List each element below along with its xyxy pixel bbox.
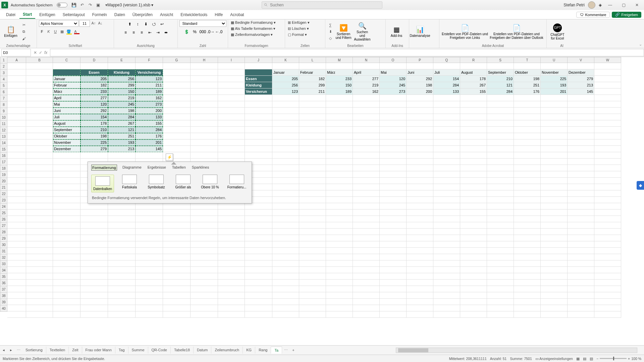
cell[interactable] <box>7 311 26 318</box>
cell[interactable] <box>568 190 594 197</box>
cell[interactable] <box>163 69 191 76</box>
cell[interactable] <box>460 203 487 209</box>
cell[interactable] <box>433 248 460 254</box>
cell[interactable]: 193 <box>108 139 136 146</box>
col-header[interactable]: J <box>245 57 272 63</box>
cell[interactable] <box>191 216 218 222</box>
cell[interactable]: 200 <box>407 88 433 95</box>
cell[interactable] <box>380 63 407 69</box>
cell[interactable] <box>80 248 108 254</box>
cell[interactable] <box>433 133 460 139</box>
row-header[interactable]: 3 <box>0 70 7 76</box>
cell[interactable] <box>7 120 26 127</box>
cell[interactable] <box>7 114 26 120</box>
cell[interactable]: Essen <box>80 69 108 76</box>
cell[interactable] <box>541 216 568 222</box>
cell[interactable]: 162 <box>136 95 163 101</box>
cell[interactable] <box>407 165 433 171</box>
cell[interactable] <box>191 305 218 311</box>
cell[interactable]: 245 <box>108 101 136 108</box>
cell[interactable] <box>594 190 621 197</box>
cell[interactable] <box>326 127 353 133</box>
cancel-formula-icon[interactable]: ✕ <box>34 50 37 55</box>
cell[interactable] <box>245 229 272 235</box>
cell[interactable] <box>326 165 353 171</box>
cell[interactable] <box>541 286 568 292</box>
cell[interactable] <box>299 235 326 241</box>
quick-tab-sparklines[interactable]: Sparklines <box>191 165 210 171</box>
side-panel-toggle[interactable]: ◆ <box>637 181 644 190</box>
cell[interactable] <box>487 209 514 216</box>
col-header[interactable]: H <box>191 57 218 63</box>
cell[interactable] <box>460 120 487 127</box>
cell[interactable] <box>7 184 26 190</box>
cell[interactable] <box>433 299 460 305</box>
row-header[interactable]: 40 <box>0 305 7 312</box>
cell[interactable] <box>353 171 380 178</box>
cell[interactable] <box>7 76 26 82</box>
cell[interactable] <box>594 286 621 292</box>
cell[interactable] <box>245 101 272 108</box>
cell[interactable] <box>7 235 26 241</box>
cell[interactable] <box>272 292 299 299</box>
cell[interactable]: Kleidung <box>245 82 272 88</box>
cell[interactable] <box>568 63 594 69</box>
cell[interactable] <box>433 305 460 311</box>
cell[interactable] <box>326 280 353 286</box>
cell[interactable]: 251 <box>108 133 136 139</box>
percent-icon[interactable]: % <box>191 28 199 35</box>
cell[interactable] <box>514 280 541 286</box>
cell[interactable] <box>163 127 191 133</box>
data-analysis-button[interactable]: 📊Datenanalyse <box>411 26 429 38</box>
cell[interactable] <box>218 305 245 311</box>
cell[interactable] <box>594 82 621 88</box>
col-header[interactable]: U <box>541 57 568 63</box>
cell[interactable] <box>272 216 299 222</box>
cell[interactable] <box>26 95 53 101</box>
cell[interactable] <box>163 139 191 146</box>
cell[interactable] <box>245 299 272 305</box>
cell[interactable]: 176 <box>136 133 163 139</box>
cell[interactable] <box>7 152 26 159</box>
cell[interactable] <box>380 133 407 139</box>
cell[interactable] <box>299 267 326 273</box>
cell[interactable] <box>380 159 407 165</box>
cell[interactable] <box>433 159 460 165</box>
cell[interactable] <box>407 229 433 235</box>
cell[interactable] <box>594 260 621 267</box>
row-header[interactable]: 34 <box>0 267 7 274</box>
cell[interactable] <box>326 305 353 311</box>
cell[interactable] <box>163 273 191 280</box>
cell[interactable]: 123 <box>136 76 163 82</box>
cell[interactable] <box>594 273 621 280</box>
cell[interactable] <box>26 235 53 241</box>
cell[interactable] <box>487 120 514 127</box>
cell[interactable] <box>353 139 380 146</box>
cell[interactable]: 182 <box>80 82 108 88</box>
row-header[interactable]: 7 <box>0 95 7 102</box>
col-header[interactable]: L <box>299 57 326 63</box>
cell[interactable] <box>353 222 380 229</box>
cell[interactable] <box>7 165 26 171</box>
cell[interactable] <box>245 146 272 152</box>
tab-start[interactable]: Start <box>19 11 35 19</box>
cell[interactable] <box>487 159 514 165</box>
cell[interactable] <box>272 267 299 273</box>
cell[interactable] <box>353 299 380 305</box>
cell[interactable] <box>218 222 245 229</box>
cell[interactable]: 193 <box>541 82 568 88</box>
cell[interactable] <box>407 280 433 286</box>
cell[interactable] <box>380 101 407 108</box>
cell[interactable] <box>568 184 594 190</box>
cell[interactable] <box>407 311 433 318</box>
cell[interactable] <box>541 139 568 146</box>
cell[interactable] <box>26 203 53 209</box>
cell[interactable] <box>299 241 326 248</box>
cell[interactable] <box>514 95 541 101</box>
row-header[interactable]: 20 <box>0 178 7 184</box>
row-header[interactable]: 27 <box>0 223 7 229</box>
cell[interactable] <box>272 139 299 146</box>
cell[interactable] <box>191 280 218 286</box>
cell[interactable] <box>460 254 487 260</box>
cell[interactable] <box>487 190 514 197</box>
